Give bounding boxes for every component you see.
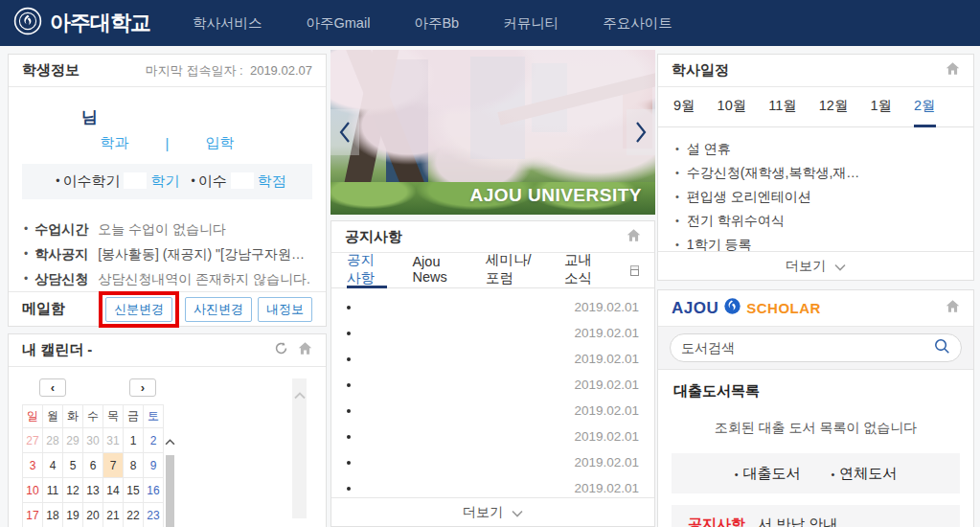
weekday-header: 수 bbox=[83, 405, 103, 428]
notice-item[interactable]: 2019.02.01 bbox=[347, 449, 639, 475]
calendar-day[interactable]: 14 bbox=[103, 478, 124, 503]
popup-window-icon[interactable] bbox=[630, 265, 640, 276]
book-search-bar[interactable] bbox=[670, 333, 962, 362]
change-photo-button[interactable]: 사진변경 bbox=[185, 297, 252, 322]
change-status-button[interactable]: 신분변경 bbox=[105, 297, 172, 322]
bullet-icon bbox=[347, 461, 351, 465]
calendar-day[interactable]: 21 bbox=[103, 503, 124, 527]
nav-item-ajou-bb[interactable]: 아주Bb bbox=[414, 14, 459, 33]
events-scrollbar[interactable] bbox=[292, 378, 307, 518]
weekday-header: 화 bbox=[63, 405, 83, 428]
schedule-item[interactable]: 수강신청(재학생,복학생,재… bbox=[675, 161, 956, 185]
mailbox-label[interactable]: 메일함 bbox=[22, 300, 65, 318]
calendar-day[interactable]: 28 bbox=[43, 428, 63, 453]
calendar-day[interactable]: 31 bbox=[103, 428, 124, 453]
calendar-day[interactable]: 30 bbox=[83, 428, 103, 453]
bullet-icon bbox=[347, 383, 351, 387]
tab-seminar-forum[interactable]: 세미나/포럼 bbox=[486, 253, 539, 288]
search-icon[interactable] bbox=[934, 338, 950, 358]
calendar-day[interactable]: 6 bbox=[83, 453, 103, 478]
schedule-item[interactable]: 전기 학위수여식 bbox=[675, 209, 956, 233]
calendar-day[interactable]: 11 bbox=[43, 478, 63, 503]
calendar-day[interactable]: 13 bbox=[83, 478, 103, 503]
calendar-day[interactable]: 3 bbox=[23, 453, 43, 478]
notices-more-button[interactable]: 더보기 bbox=[331, 497, 654, 526]
nav-item-academic-services[interactable]: 학사서비스 bbox=[193, 14, 262, 33]
calendar-prev-button[interactable]: ‹ bbox=[39, 378, 66, 397]
notice-date: 2019.02.01 bbox=[574, 352, 639, 366]
mailbox-row: 메일함 신분변경 사진변경 내정보 bbox=[9, 291, 326, 326]
bullet-icon bbox=[347, 332, 351, 335]
home-icon[interactable] bbox=[298, 341, 312, 359]
tab-campus-news[interactable]: 교내소식 bbox=[564, 253, 604, 288]
tab-month-sep[interactable]: 9월 bbox=[673, 87, 695, 127]
calendar-day[interactable]: 23 bbox=[144, 503, 164, 527]
notice-item[interactable]: 2019.02.01 bbox=[347, 320, 639, 346]
chevron-up-icon[interactable] bbox=[294, 386, 306, 518]
tab-ajou-news[interactable]: Ajou News bbox=[412, 253, 461, 288]
calendar-day[interactable]: 16 bbox=[144, 478, 164, 503]
scrollbar-thumb[interactable] bbox=[166, 455, 174, 527]
campus-photo-carousel: AJOU UNIVERSITY bbox=[330, 50, 655, 215]
library-notice-row[interactable]: 공지사항 서 반납 안내 bbox=[672, 505, 960, 527]
calendar-day[interactable]: 4 bbox=[43, 453, 63, 478]
calendar-day[interactable]: 12 bbox=[63, 478, 83, 503]
notice-item[interactable]: 2019.02.01 bbox=[347, 294, 639, 320]
notice-date: 2019.02.01 bbox=[574, 326, 639, 340]
calendar-day[interactable]: 9 bbox=[144, 453, 164, 478]
calendar-scrollbar[interactable] bbox=[164, 428, 176, 527]
book-search-input[interactable] bbox=[681, 340, 934, 355]
carousel-prev-arrow[interactable] bbox=[330, 109, 359, 155]
library-scholar-panel: AJOU SCHOLAR bbox=[657, 289, 974, 527]
nav-item-ajou-gmail[interactable]: 아주Gmail bbox=[307, 14, 371, 33]
calendar-day[interactable]: 15 bbox=[124, 478, 144, 503]
notice-item[interactable]: 2019.02.01 bbox=[347, 424, 639, 449]
calendar-day[interactable]: 19 bbox=[63, 503, 83, 527]
calendar-day[interactable]: 17 bbox=[23, 503, 43, 527]
weekday-header: 목 bbox=[103, 405, 124, 428]
calendar-day[interactable]: 8 bbox=[124, 453, 144, 478]
calendar-day[interactable]: 18 bbox=[43, 503, 63, 527]
calendar-day[interactable]: 22 bbox=[124, 503, 144, 527]
carousel-next-arrow[interactable] bbox=[627, 109, 655, 155]
home-icon[interactable] bbox=[946, 299, 960, 317]
calendar-day[interactable]: 7 bbox=[103, 453, 124, 478]
university-logo[interactable]: 아주대학교 bbox=[13, 7, 150, 39]
notice-item[interactable]: 2019.02.01 bbox=[347, 398, 639, 424]
tab-notices[interactable]: 공지사항 bbox=[347, 253, 387, 288]
calendar-day[interactable]: 29 bbox=[63, 428, 83, 453]
tab-month-oct[interactable]: 10월 bbox=[718, 87, 747, 127]
calendar-day[interactable]: 20 bbox=[83, 503, 103, 527]
loaned-books-link[interactable]: 대출도서 bbox=[735, 465, 801, 483]
credit-label: 이수 bbox=[198, 172, 227, 189]
home-icon[interactable] bbox=[627, 228, 641, 246]
my-info-button[interactable]: 내정보 bbox=[258, 297, 312, 322]
calendar-day[interactable]: 5 bbox=[63, 453, 83, 478]
library-notice-text: 서 반납 안내 bbox=[758, 516, 837, 527]
overdue-books-link[interactable]: 연체도서 bbox=[832, 465, 898, 483]
ajou-scholar-logo[interactable]: AJOU SCHOLAR bbox=[672, 297, 821, 319]
tab-month-jan[interactable]: 1월 bbox=[870, 87, 892, 127]
tab-month-nov[interactable]: 11월 bbox=[768, 87, 797, 127]
chevron-down-icon bbox=[834, 259, 846, 274]
schedule-item[interactable]: 설 연휴 bbox=[675, 137, 956, 161]
calendar-day[interactable]: 1 bbox=[124, 428, 144, 453]
my-calendar-title: 내 캘린더 - bbox=[22, 341, 92, 359]
home-icon[interactable] bbox=[946, 61, 960, 80]
notice-item[interactable]: 2019.02.01 bbox=[347, 372, 639, 398]
tab-month-dec[interactable]: 12월 bbox=[819, 87, 849, 127]
student-info-panel: 학생정보 마지막 접속일자 : 2019.02.07 님 학과 | 입학 •이수… bbox=[8, 54, 327, 327]
chevron-up-icon[interactable] bbox=[165, 432, 175, 449]
academic-notice-row[interactable]: 학사공지 [봉사활동] (재공지) "[강남구자원봉사센터]… bbox=[24, 245, 310, 263]
nav-item-community[interactable]: 커뮤니티 bbox=[503, 14, 558, 33]
schedule-more-button[interactable]: 더보기 bbox=[658, 251, 973, 280]
calendar-day[interactable]: 2 bbox=[144, 428, 164, 453]
schedule-item[interactable]: 편입생 오리엔테이션 bbox=[675, 185, 956, 209]
nav-item-main-sites[interactable]: 주요사이트 bbox=[603, 14, 672, 33]
tab-month-feb[interactable]: 2월 bbox=[914, 87, 936, 127]
calendar-next-button[interactable]: › bbox=[129, 378, 156, 397]
calendar-day[interactable]: 10 bbox=[23, 478, 43, 503]
refresh-icon[interactable] bbox=[274, 341, 288, 359]
notice-item[interactable]: 2019.02.01 bbox=[347, 346, 639, 372]
calendar-day[interactable]: 27 bbox=[23, 428, 43, 453]
